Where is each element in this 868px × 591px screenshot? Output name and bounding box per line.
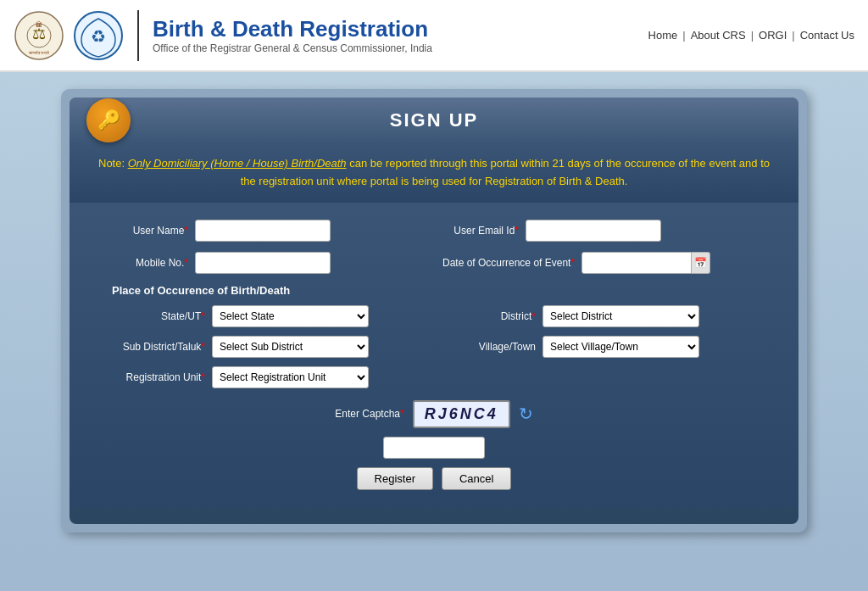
state-select[interactable]: Select State <box>212 305 369 327</box>
svg-text:♻: ♻ <box>91 27 106 46</box>
signup-form: User Name* User Email Id* <box>70 203 798 507</box>
svg-text:सत्यमेव जयते: सत्यमेव जयते <box>28 50 49 55</box>
main-nav: Home | About CRS | ORGI | Contact Us <box>648 29 854 42</box>
card-inner: 🔑 SIGN UP Note: Only Domiciliary (Home /… <box>70 98 798 524</box>
card-outer: 🔑 SIGN UP Note: Only Domiciliary (Home /… <box>61 89 807 532</box>
crs-logo: ♻ <box>73 10 124 61</box>
regunit-select[interactable]: Select Registration Unit <box>212 366 369 388</box>
village-select[interactable]: Select Village/Town <box>542 336 699 358</box>
signup-title: SIGN UP <box>390 109 478 131</box>
state-group: State/UT* Select State <box>112 305 426 327</box>
state-label: State/UT* <box>112 310 205 322</box>
logos: 🏛 ⚖ सत्यमेव जयते ♻ <box>14 10 124 61</box>
captcha-refresh-icon[interactable]: ↻ <box>519 404 533 424</box>
date-input-wrapper: 📅 <box>581 252 710 274</box>
regunit-label: Registration Unit* <box>112 371 205 383</box>
mobile-input[interactable] <box>195 252 331 274</box>
nav-home[interactable]: Home <box>648 29 678 42</box>
calendar-icon[interactable]: 📅 <box>692 252 710 274</box>
username-input[interactable] <box>195 220 331 242</box>
nav-about[interactable]: About CRS <box>691 29 746 42</box>
village-group: Village/Town Select Village/Town <box>442 336 756 358</box>
captcha-row: Enter Captcha* RJ6NC4 ↻ <box>112 400 756 428</box>
village-label: Village/Town <box>442 341 536 353</box>
email-group: User Email Id* <box>442 220 756 242</box>
nav-contact[interactable]: Contact Us <box>800 29 854 42</box>
district-label: District* <box>442 310 536 322</box>
key-icon: 🔑 <box>86 98 131 142</box>
date-group: Date of Occurrence of Event* 📅 <box>442 252 756 274</box>
district-select[interactable]: Select District <box>542 305 699 327</box>
page-header: 🏛 ⚖ सत्यमेव जयते ♻ Birth & Death Registr… <box>0 0 868 72</box>
register-button[interactable]: Register <box>357 467 433 490</box>
email-input[interactable] <box>526 220 661 242</box>
header-divider <box>137 10 139 61</box>
captcha-input[interactable] <box>383 437 485 459</box>
cancel-button[interactable]: Cancel <box>442 467 511 490</box>
regunit-group: Registration Unit* Select Registration U… <box>112 366 426 388</box>
subdistrict-label: Sub District/Taluk* <box>112 341 205 353</box>
card-header: 🔑 SIGN UP <box>70 98 798 143</box>
mobile-label: Mobile No.* <box>112 257 188 269</box>
row-username-email: User Name* User Email Id* <box>112 220 756 242</box>
username-group: User Name* <box>112 220 426 242</box>
emblem-logo: 🏛 ⚖ सत्यमेव जयते <box>14 10 64 61</box>
site-subtitle: Office of the Registrar General & Census… <box>153 42 648 54</box>
captcha-label: Enter Captcha* <box>335 408 403 420</box>
date-input[interactable] <box>581 252 692 274</box>
note-section: Note: Only Domiciliary (Home / House) Bi… <box>70 143 798 203</box>
email-label: User Email Id* <box>442 225 519 237</box>
site-title: Birth & Death Registration <box>153 16 648 42</box>
place-grid: State/UT* Select State District* Select … <box>112 305 756 388</box>
svg-text:⚖: ⚖ <box>32 25 46 42</box>
district-group: District* Select District <box>442 305 756 327</box>
nav-orgi[interactable]: ORGI <box>759 29 787 42</box>
captcha-input-row <box>112 433 756 459</box>
subdistrict-group: Sub District/Taluk* Select Sub District <box>112 336 426 358</box>
subdistrict-select[interactable]: Select Sub District <box>212 336 369 358</box>
form-buttons: Register Cancel <box>112 467 756 490</box>
captcha-image: RJ6NC4 <box>413 400 510 428</box>
mobile-group: Mobile No.* <box>112 252 426 274</box>
main-area: 🔑 SIGN UP Note: Only Domiciliary (Home /… <box>0 72 868 591</box>
place-section-title: Place of Occurence of Birth/Death <box>112 284 756 297</box>
note-text: Note: Only Domiciliary (Home / House) Bi… <box>98 157 770 187</box>
row-mobile-date: Mobile No.* Date of Occurrence of Event*… <box>112 252 756 274</box>
date-label: Date of Occurrence of Event* <box>442 257 575 269</box>
header-title-block: Birth & Death Registration Office of the… <box>153 16 648 54</box>
username-label: User Name* <box>112 225 188 237</box>
